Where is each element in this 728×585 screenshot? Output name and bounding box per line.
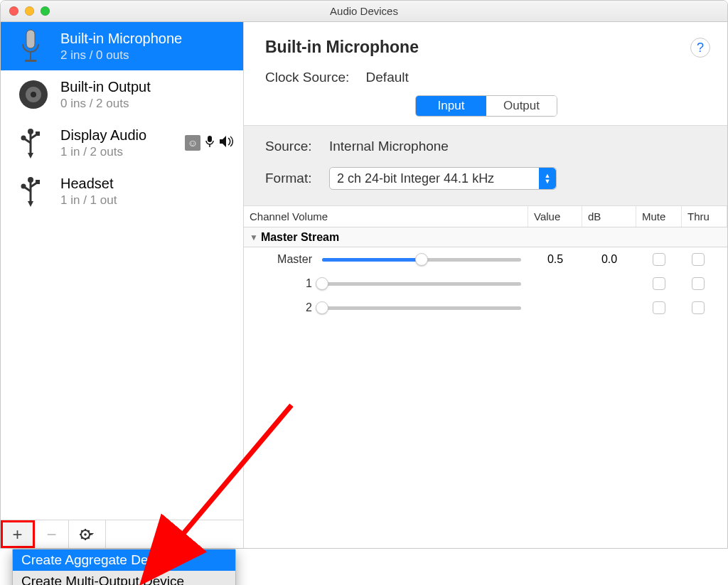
- sidebar-toolbar: + −: [1, 520, 243, 548]
- zoom-window-button[interactable]: [41, 6, 50, 16]
- audio-devices-window: Audio Devices Built-in Microphone: [0, 0, 728, 549]
- system-output-icon: ☺: [185, 135, 200, 151]
- add-device-button[interactable]: +: [1, 520, 35, 548]
- device-io: 2 ins / 0 outs: [60, 48, 233, 63]
- stepper-icon: ▲▼: [539, 168, 556, 189]
- col-channel: Channel Volume: [244, 206, 528, 227]
- svg-point-5: [31, 92, 36, 97]
- usb-icon: [8, 176, 53, 207]
- volume-slider[interactable]: [322, 281, 521, 286]
- device-name: Headset: [60, 175, 233, 192]
- mute-checkbox[interactable]: [653, 277, 665, 290]
- remove-device-button[interactable]: −: [35, 520, 69, 548]
- svg-point-17: [84, 533, 87, 536]
- detail-device-name: Built-in Microphone: [265, 38, 707, 57]
- format-value: 2 ch 24-bit Integer 44.1 kHz: [337, 171, 494, 186]
- svg-rect-10: [208, 136, 212, 142]
- thru-checkbox[interactable]: [692, 253, 705, 266]
- volume-value: 0.5: [528, 253, 582, 266]
- window-title: Audio Devices: [330, 5, 398, 17]
- device-builtin-output[interactable]: Built-in Output 0 ins / 2 outs: [1, 70, 243, 119]
- thru-checkbox[interactable]: [692, 277, 705, 290]
- minimize-window-button[interactable]: [25, 6, 34, 16]
- thru-checkbox[interactable]: [692, 301, 705, 314]
- tab-input[interactable]: Input: [416, 96, 486, 116]
- volume-slider[interactable]: [322, 305, 521, 311]
- channel-row: 2: [244, 296, 727, 320]
- device-actions-button[interactable]: [69, 520, 106, 548]
- svg-rect-2: [25, 60, 36, 62]
- format-label: Format:: [265, 171, 329, 186]
- svg-rect-14: [36, 180, 40, 184]
- channel-label: 1: [244, 277, 322, 290]
- svg-rect-0: [26, 30, 35, 48]
- format-select[interactable]: 2 ch 24-bit Integer 44.1 kHz ▲▼: [329, 167, 557, 190]
- input-default-icon: [205, 135, 215, 151]
- clock-source-value: Default: [366, 70, 409, 85]
- device-headset[interactable]: Headset 1 in / 1 out: [1, 167, 243, 215]
- stream-header[interactable]: ▼ Master Stream: [244, 227, 727, 247]
- col-db: dB: [582, 206, 636, 227]
- col-value: Value: [528, 206, 582, 227]
- clock-source-label: Clock Source:: [265, 70, 349, 85]
- close-window-button[interactable]: [9, 6, 18, 16]
- device-builtin-mic[interactable]: Built-in Microphone 2 ins / 0 outs: [1, 22, 243, 70]
- channel-row: 1: [244, 272, 727, 296]
- help-button[interactable]: ?: [690, 38, 710, 58]
- source-value: Internal Microphone: [329, 139, 449, 154]
- device-display-audio[interactable]: Display Audio 1 in / 2 outs ☺: [1, 119, 243, 167]
- col-mute: Mute: [636, 206, 682, 227]
- channel-label: 2: [244, 301, 322, 314]
- source-label: Source:: [265, 139, 329, 154]
- channel-row: Master 0.5 0.0: [244, 247, 727, 272]
- stream-name: Master Stream: [261, 231, 339, 244]
- mute-checkbox[interactable]: [653, 253, 665, 266]
- svg-point-9: [21, 136, 26, 141]
- device-list: Built-in Microphone 2 ins / 0 outs Built…: [1, 22, 243, 520]
- device-detail-pane: Built-in Microphone Clock Source: Defaul…: [244, 22, 727, 548]
- traffic-lights: [9, 6, 50, 16]
- channel-label: Master: [244, 253, 322, 266]
- output-default-icon: [219, 136, 233, 150]
- volume-table-header: Channel Volume Value dB Mute Thru: [244, 206, 727, 227]
- device-name: Display Audio: [60, 127, 178, 144]
- microphone-icon: [8, 28, 53, 64]
- col-thru: Thru: [682, 206, 727, 227]
- volume-db: 0.0: [582, 253, 636, 266]
- disclosure-triangle-icon: ▼: [250, 232, 258, 242]
- device-sidebar: Built-in Microphone 2 ins / 0 outs Built…: [1, 22, 244, 548]
- device-name: Built-in Microphone: [60, 30, 233, 47]
- usb-icon: [8, 127, 53, 159]
- tab-output[interactable]: Output: [486, 96, 557, 116]
- svg-rect-8: [36, 132, 40, 136]
- device-io: 0 ins / 2 outs: [60, 97, 233, 111]
- device-name: Built-in Output: [60, 78, 233, 95]
- speaker-icon: [8, 78, 53, 111]
- device-io: 1 in / 2 outs: [60, 145, 178, 159]
- io-segmented-control: Input Output: [415, 95, 557, 117]
- svg-point-15: [21, 184, 26, 189]
- volume-slider[interactable]: [322, 257, 521, 262]
- device-io: 1 in / 1 out: [60, 193, 233, 208]
- device-default-indicators: ☺: [185, 135, 233, 151]
- titlebar: Audio Devices: [1, 1, 727, 22]
- mute-checkbox[interactable]: [653, 301, 665, 314]
